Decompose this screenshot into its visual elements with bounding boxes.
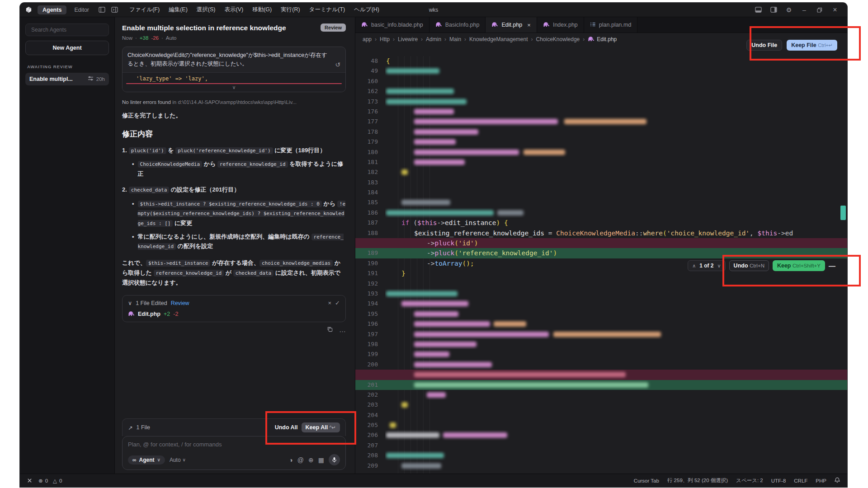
code-line: 180 [355, 147, 847, 157]
undo-all-button[interactable]: Undo All [275, 424, 298, 431]
menu-ターミナル[interactable]: ターミナル(T) [305, 5, 350, 15]
search-agents-input[interactable] [30, 26, 104, 33]
search-agents-box[interactable] [25, 23, 109, 36]
status-item-UTF-8[interactable]: UTF-8 [771, 478, 786, 483]
settings-gear-icon[interactable]: ⚙ [782, 5, 796, 14]
expand-chevron-icon[interactable]: ∨ [123, 84, 345, 90]
sidebar-item-agent[interactable]: Enable multipl... 20h [25, 73, 109, 85]
status-item-スペース:[interactable]: スペース: 2 [736, 477, 763, 484]
menu-表示[interactable]: 表示(V) [220, 5, 248, 15]
change-number: 2. [122, 186, 127, 193]
status-item-CRLF[interactable]: CRLF [794, 478, 807, 483]
agent-mode-selector[interactable]: ∞ Agent ∨ [128, 455, 165, 465]
keep-all-label: Keep All [306, 424, 328, 431]
added-code-line: 189->pluck('reference_knowledge_id') [355, 248, 847, 258]
blurred-code-content [385, 137, 847, 147]
diff-preview-line: 'lazy_type' => 'lazy', [123, 75, 345, 83]
close-button[interactable]: × [828, 5, 842, 14]
notifications-bell-icon[interactable] [835, 477, 840, 484]
editor-tab-BasicInfo.php[interactable]: BasicInfo.php [429, 17, 486, 33]
review-badge[interactable]: Review [321, 23, 346, 32]
keep-diff-button[interactable]: Keep Ctrl+Shift+Y [773, 260, 825, 271]
collapsed-diff-preview[interactable]: 'lazy_type' => 'lazy', ∨ [123, 72, 345, 92]
code-line: 206 [355, 430, 847, 440]
redacted-code-bar [401, 463, 441, 469]
copy-icon[interactable] [327, 326, 333, 333]
image-attach-icon[interactable]: ▦ [318, 456, 324, 464]
tab-agents[interactable]: Agents [38, 5, 66, 14]
editor-tab-Edit.php[interactable]: Edit.php× [486, 17, 537, 33]
user-prompt-card[interactable]: ChoiceKnowledge\Editの"reference_knowledg… [122, 47, 346, 92]
next-diff-icon[interactable]: ∨ [717, 263, 721, 269]
blurred-code-content [385, 107, 847, 117]
code-line: 181 [355, 157, 847, 167]
errors-icon: ⊗ [38, 478, 43, 484]
problems-indicator[interactable]: ⊗ 0 △ 0 [38, 478, 62, 484]
diff-nav-pill[interactable]: ∧ 1 of 2 ∨ [688, 260, 725, 271]
voice-input-button[interactable] [329, 454, 340, 465]
line-number: 192 [355, 279, 385, 289]
status-item-Cursor[interactable]: Cursor Tab [634, 478, 659, 483]
menu-ヘルプ[interactable]: ヘルプ(H) [349, 5, 384, 15]
chevron-down-icon: ∨ [183, 457, 186, 462]
keep-all-button[interactable]: Keep All ^↵ [302, 422, 340, 432]
code-line: 177 [355, 117, 847, 127]
collapse-widget-icon[interactable]: — [829, 262, 835, 270]
toggle-right-panel-icon[interactable] [767, 5, 780, 14]
keep-file-button[interactable]: Keep File Ctrl+↵ [787, 40, 837, 51]
code-line: 179 [355, 137, 847, 147]
warnings-count: 0 [59, 478, 62, 483]
model-selector[interactable]: Auto ∨ [170, 457, 186, 463]
status-item-PHP[interactable]: PHP [816, 478, 826, 483]
code-line: 187if ($this->edit_instance) { [355, 218, 847, 228]
toggle-panel-right-icon[interactable] [109, 5, 119, 14]
review-link[interactable]: Review [171, 300, 189, 306]
toggle-panel-left-icon[interactable] [97, 5, 107, 14]
breadcrumb-item-Edit.php[interactable]: Edit.php [588, 36, 617, 43]
menu-ファイル[interactable]: ファイル(F) [125, 5, 164, 15]
remote-window-icon[interactable] [27, 478, 32, 483]
status-item-行[interactable]: 行 259、列 52 (20 個選択) [667, 477, 728, 484]
tab-editor[interactable]: Editor [69, 5, 94, 14]
code-area[interactable]: 48{4916016217317617717817918018118218318… [355, 45, 847, 474]
accept-file-icon[interactable]: ✓ [335, 300, 340, 306]
mention-icon[interactable]: @ [297, 456, 304, 464]
code-line: 192 [355, 279, 847, 289]
menu-編集[interactable]: 編集(E) [164, 5, 192, 15]
close-tab-icon[interactable]: × [527, 22, 531, 28]
undo-file-button[interactable]: Undo File [746, 40, 782, 51]
breadcrumb-item-Livewire[interactable]: Livewire [398, 36, 418, 42]
undo-diff-button[interactable]: Undo Ctrl+N [729, 260, 769, 271]
breadcrumb-item-app[interactable]: app [363, 36, 372, 42]
breadcrumb-item-Admin[interactable]: Admin [426, 36, 441, 42]
breadcrumb-item-Http[interactable]: Http [380, 36, 390, 42]
breadcrumb-item-ChoiceKnowledge[interactable]: ChoiceKnowledge [536, 36, 580, 42]
menu-実行[interactable]: 実行(R) [276, 5, 304, 15]
menu-選択[interactable]: 選択(S) [192, 5, 220, 15]
breadcrumb-item-Main[interactable]: Main [449, 36, 461, 42]
breadcrumb-item-KnowledgeManagement[interactable]: KnowledgeManagement [469, 36, 528, 42]
code-line: 188$existing_reference_knowledge_ids = C… [355, 228, 847, 238]
expand-files-icon[interactable]: ↗ [128, 424, 132, 431]
editor-tab-plan.plan.md[interactable]: plan.plan.md [584, 17, 638, 33]
prev-diff-icon[interactable]: ∧ [692, 263, 696, 269]
php-file-icon [543, 21, 550, 28]
chat-input-box[interactable]: Plan, @ for context, / for commands ∞ Ag… [122, 436, 346, 470]
reject-file-icon[interactable]: × [328, 300, 332, 306]
edited-file-row[interactable]: Edit.php +2 -2 [128, 310, 340, 318]
redacted-code-bar [401, 200, 450, 205]
editor-tab-basic_info.blade.php[interactable]: basic_info.blade.php [355, 17, 429, 33]
restore-checkpoint-icon[interactable]: ↺ [335, 61, 340, 68]
menu-移動[interactable]: 移動(G) [248, 5, 276, 15]
line-number: 193 [355, 289, 385, 299]
editor-tab-Index.php[interactable]: Index.php [537, 17, 584, 33]
minimize-button[interactable]: – [797, 5, 811, 14]
more-actions-icon[interactable]: … [339, 326, 346, 333]
code-line: 209 [355, 461, 847, 471]
restore-button[interactable] [813, 5, 826, 14]
toggle-bottom-panel-icon[interactable] [751, 5, 765, 14]
new-agent-button[interactable]: New Agent [25, 41, 109, 55]
line-number: 203 [355, 400, 385, 410]
collapse-chevron-icon[interactable]: ∨ [128, 300, 132, 306]
web-icon[interactable]: ⊕ [308, 456, 314, 464]
